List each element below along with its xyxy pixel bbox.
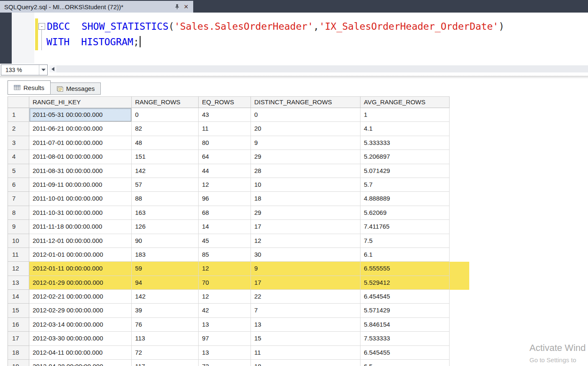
grid-cell[interactable]: 151 [132, 150, 199, 164]
grid-cell[interactable]: 2011-11-18 00:00:00.000 [29, 220, 132, 234]
grid-cell[interactable]: 142 [132, 290, 199, 304]
grid-cell[interactable]: 142 [132, 164, 199, 178]
row-number-cell[interactable]: 10 [8, 234, 29, 248]
grid-cell[interactable]: 80 [199, 136, 251, 150]
grid-cell[interactable]: 94 [132, 276, 199, 290]
pin-icon[interactable] [172, 2, 182, 11]
grid-cell[interactable]: 17 [251, 220, 360, 234]
row-number-cell[interactable]: 6 [8, 178, 29, 192]
row-number-cell[interactable]: 3 [8, 136, 29, 150]
results-grid[interactable]: RANGE_HI_KEYRANGE_ROWSEQ_ROWSDISTINCT_RA… [8, 96, 588, 366]
row-number-cell[interactable]: 1 [8, 108, 29, 122]
grid-cell[interactable]: 2011-10-01 00:00:00.000 [29, 192, 132, 206]
row-number-header[interactable] [8, 96, 29, 108]
grid-cell[interactable]: 2011-07-01 00:00:00.000 [29, 136, 132, 150]
grid-cell[interactable]: 183 [132, 248, 199, 262]
grid-cell[interactable]: 4.1 [360, 122, 450, 136]
grid-cell[interactable]: 15 [251, 332, 360, 345]
close-icon[interactable]: × [182, 2, 191, 11]
grid-cell[interactable]: 85 [199, 248, 251, 262]
grid-cell[interactable]: 22 [251, 290, 360, 304]
grid-cell[interactable]: 68 [199, 206, 251, 220]
grid-cell[interactable]: 2012-04-28 00:00:00.000 [29, 360, 132, 366]
editor-horizontal-scrollbar[interactable] [49, 65, 588, 72]
grid-cell[interactable]: 7 [251, 304, 360, 317]
grid-cell[interactable]: 82 [132, 122, 199, 136]
chevron-down-icon[interactable] [39, 65, 47, 75]
grid-cell[interactable]: 59 [132, 262, 199, 276]
document-tab[interactable]: SQLQuery2.sql - MI...ORKS\Student (72))*… [0, 1, 193, 13]
grid-cell[interactable]: 2012-01-11 00:00:00.000 [29, 262, 132, 276]
grid-cell[interactable]: 13 [199, 318, 251, 332]
grid-cell[interactable]: 14 [199, 220, 251, 234]
grid-cell[interactable]: 12 [251, 234, 360, 248]
grid-cell[interactable]: 5.62069 [360, 206, 450, 220]
row-number-cell[interactable]: 15 [8, 304, 29, 317]
grid-cell[interactable]: 12 [199, 178, 251, 192]
grid-cell[interactable]: 0 [251, 108, 360, 122]
row-number-cell[interactable]: 2 [8, 122, 29, 136]
grid-cell[interactable]: 13 [199, 346, 251, 360]
grid-cell[interactable]: 2012-02-29 00:00:00.000 [29, 304, 132, 317]
grid-cell[interactable]: 70 [199, 276, 251, 290]
grid-cell[interactable]: 45 [199, 234, 251, 248]
grid-cell[interactable]: 5.333333 [360, 136, 450, 150]
grid-cell[interactable]: 18 [251, 192, 360, 206]
grid-cell[interactable]: 43 [199, 108, 251, 122]
grid-cell[interactable]: 5.071429 [360, 164, 450, 178]
row-number-cell[interactable]: 13 [8, 276, 29, 290]
grid-cell[interactable]: 2011-08-01 00:00:00.000 [29, 150, 132, 164]
grid-cell[interactable]: 13 [251, 318, 360, 332]
row-number-cell[interactable]: 16 [8, 318, 29, 332]
row-number-cell[interactable]: 18 [8, 346, 29, 360]
row-number-cell[interactable]: 17 [8, 332, 29, 345]
grid-cell[interactable]: 11 [199, 122, 251, 136]
grid-cell[interactable]: 12 [199, 262, 251, 276]
grid-cell[interactable]: 44 [199, 164, 251, 178]
grid-cell[interactable]: 90 [132, 234, 199, 248]
triangle-left-icon[interactable] [49, 65, 56, 72]
grid-cell[interactable]: 20 [251, 122, 360, 136]
grid-cell[interactable]: 113 [132, 332, 199, 345]
row-number-cell[interactable]: 5 [8, 164, 29, 178]
column-header-eq_rows[interactable]: EQ_ROWS [199, 96, 251, 108]
tab-results[interactable]: Results [8, 80, 51, 95]
grid-cell[interactable]: 11 [251, 346, 360, 360]
grid-cell[interactable]: 29 [251, 150, 360, 164]
grid-cell[interactable]: 88 [132, 192, 199, 206]
grid-cell[interactable]: 76 [132, 318, 199, 332]
grid-cell[interactable]: 6.1 [360, 248, 450, 262]
grid-cell[interactable]: 9 [251, 262, 360, 276]
grid-cell[interactable]: 6.5 [360, 360, 450, 366]
grid-cell[interactable]: 72 [199, 360, 251, 366]
grid-cell[interactable]: 72 [132, 346, 199, 360]
grid-cell[interactable]: 5.206897 [360, 150, 450, 164]
grid-cell[interactable]: 6.555555 [360, 262, 450, 276]
grid-cell[interactable]: 10 [251, 178, 360, 192]
tab-messages[interactable]: Messages [50, 82, 101, 95]
grid-cell[interactable]: 117 [132, 360, 199, 366]
row-number-cell[interactable]: 14 [8, 290, 29, 304]
grid-cell[interactable]: 2012-03-14 00:00:00.000 [29, 318, 132, 332]
grid-cell[interactable]: 2012-03-30 00:00:00.000 [29, 332, 132, 345]
grid-cell[interactable]: 9 [251, 136, 360, 150]
grid-cell[interactable]: 97 [199, 332, 251, 345]
grid-cell[interactable]: 39 [132, 304, 199, 317]
row-number-cell[interactable]: 7 [8, 192, 29, 206]
grid-cell[interactable]: 2011-06-21 00:00:00.000 [29, 122, 132, 136]
grid-cell[interactable]: 5.7 [360, 178, 450, 192]
grid-cell[interactable]: 30 [251, 248, 360, 262]
grid-cell[interactable]: 1 [360, 108, 450, 122]
grid-cell[interactable]: 2011-08-31 00:00:00.000 [29, 164, 132, 178]
grid-cell[interactable]: 6.454545 [360, 290, 450, 304]
grid-cell[interactable]: 4.888889 [360, 192, 450, 206]
row-number-cell[interactable]: 8 [8, 206, 29, 220]
grid-cell[interactable]: 7.533333 [360, 332, 450, 345]
grid-cell[interactable]: 12 [199, 290, 251, 304]
grid-cell[interactable]: 126 [132, 220, 199, 234]
grid-cell[interactable]: 0 [132, 108, 199, 122]
grid-cell[interactable]: 2012-04-11 00:00:00.000 [29, 346, 132, 360]
grid-cell[interactable]: 28 [251, 164, 360, 178]
column-header-distinct_range_rows[interactable]: DISTINCT_RANGE_ROWS [251, 96, 360, 108]
grid-cell[interactable]: 96 [199, 192, 251, 206]
